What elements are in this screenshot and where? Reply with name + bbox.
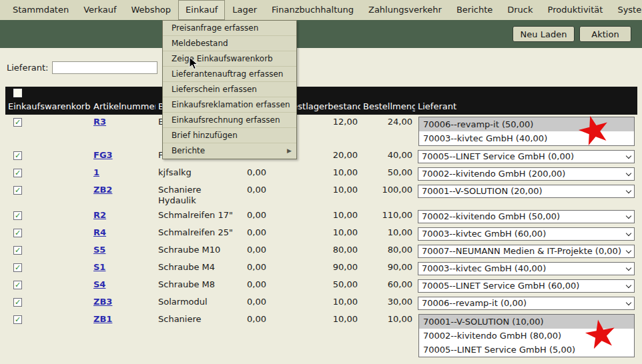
menubar-item-lager[interactable]: Lager	[225, 0, 264, 20]
row-checkbox[interactable]: ✓	[13, 151, 22, 160]
row-checkbox[interactable]: ✓	[13, 315, 22, 324]
row-checkbox[interactable]: ✓	[13, 211, 22, 220]
menubar-item-verkauf[interactable]: Verkauf	[76, 0, 123, 20]
menu-item-berichte[interactable]: Berichte▶	[163, 143, 296, 159]
listbox-option[interactable]: 70005--LINET Service GmbH (5,00)	[419, 343, 634, 357]
table-row: ✓ S1 Schraube M4 0,00 90,00 90,00 70003-…	[5, 260, 637, 277]
menu-item-label: Berichte	[172, 146, 205, 155]
menu-item-brief-hinzufuegen[interactable]: Brief hinzufügen	[163, 128, 296, 143]
mindestlagerbestand-cell: 10,00	[269, 225, 360, 243]
menubar: Stammdaten Verkauf Webshop Einkauf Lager…	[0, 0, 642, 20]
table-row: ✓ S5 Schraube M10 0,00 80,00 80,00 70007…	[5, 243, 637, 260]
menubar-item-stammdaten[interactable]: Stammdaten	[5, 0, 76, 20]
artikelnummer-link[interactable]: S1	[93, 262, 105, 272]
row-checkbox[interactable]: ✓	[13, 281, 22, 289]
artikelnummer-link[interactable]: S5	[93, 245, 105, 255]
table-row: ✓ R3 E 12,00 24,00 70006--revamp-it (50,…	[5, 115, 637, 148]
table-row: ✓ R2 Schmalreifen 17" 0,00 10,00 110,00 …	[5, 208, 637, 225]
artikelnummer-link[interactable]: R2	[93, 210, 106, 220]
artikelnummer-link[interactable]: ZB1	[93, 314, 112, 324]
menu-item-lieferantenauftrag-erfassen[interactable]: Lieferantenauftrag erfassen	[163, 67, 296, 82]
column-header-lieferant: Lieferant	[415, 87, 637, 115]
lieferant-input[interactable]	[52, 61, 157, 74]
check-icon: ✓	[15, 152, 21, 159]
lieferant-select[interactable]: 70002--kivitendo GmbH (200,00)	[418, 167, 635, 181]
check-icon: ✓	[15, 281, 21, 289]
lieferant-select[interactable]: 70002--kivitendo GmbH (50,00)	[418, 210, 635, 223]
menu-item-einkaufsreklamation-erfassen[interactable]: Einkaufsreklamation erfassen	[163, 97, 296, 113]
menubar-item-webshop[interactable]: Webshop	[124, 0, 179, 20]
bezeichnung-cell: Schmalreifen 17"	[155, 208, 240, 225]
bezeichnung-cell: Schraube M8	[155, 277, 240, 295]
select-all-checkbox[interactable]	[13, 89, 22, 97]
reload-button[interactable]: Neu Laden	[513, 26, 575, 42]
artikelnummer-link[interactable]: ZB2	[93, 185, 112, 195]
listbox-option[interactable]: 70006--revamp-it (50,00)	[419, 117, 634, 131]
bezeichnung-cell: Schraube M10	[155, 243, 240, 260]
mindestlagerbestand-cell: 10,00	[269, 295, 360, 312]
lieferant-select[interactable]: 70003--kivtec GmbH (40,00)	[418, 262, 635, 275]
artikelnummer-link[interactable]: 1	[93, 167, 99, 177]
lieferant-select-value: 70007--NEUMANN Medien & IT-Projekte (0,0…	[422, 246, 621, 256]
check-icon: ✓	[15, 212, 21, 219]
menu-item-einkaufsrechnung-erfassen[interactable]: Einkaufsrechnung erfassen	[163, 113, 296, 128]
table-row: ✓ FG3 F 20,00 40,00 70005--LINET Service…	[5, 148, 637, 165]
lieferant-select[interactable]: 70005--LINET Service GmbH (60,00)	[418, 279, 635, 293]
column-header-bestellmenge: Bestellmenge	[360, 87, 415, 115]
row-checkbox[interactable]: ✓	[13, 169, 22, 177]
lieferant-select[interactable]: 70005--LINET Service GmbH (0,00)	[418, 150, 635, 163]
menubar-item-system[interactable]: System	[610, 0, 642, 20]
table-row: ✓ ZB1 Schaniere 0,00 10,00 10,00 70001--…	[5, 312, 637, 359]
menu-item-preisanfrage-erfassen[interactable]: Preisanfrage erfassen	[163, 21, 296, 36]
lagerbestand-cell: 0,00	[240, 312, 269, 359]
row-checkbox[interactable]: ✓	[13, 186, 22, 195]
basket-table: Einkaufswarenkorb Artikelnummer Bezeichn…	[5, 87, 637, 359]
lieferant-listbox[interactable]: 70006--revamp-it (50,00) 70003--kivtec G…	[418, 117, 635, 146]
row-checkbox[interactable]: ✓	[13, 263, 22, 272]
lieferant-select[interactable]: 70006--revamp-it (0,00)	[418, 297, 635, 310]
listbox-option[interactable]: 70001--V-SOLUTION (10,00)	[419, 315, 634, 329]
menubar-item-produktivitaet[interactable]: Produktivität	[541, 0, 611, 20]
column-header-einkaufswarenkorb: Einkaufswarenkorb	[8, 101, 90, 111]
check-icon: ✓	[15, 299, 21, 306]
lieferant-select-value: 70002--kivitendo GmbH (50,00)	[422, 211, 560, 221]
row-checkbox[interactable]: ✓	[13, 298, 22, 307]
check-icon: ✓	[15, 229, 21, 237]
row-checkbox[interactable]: ✓	[13, 229, 22, 237]
artikelnummer-link[interactable]: FG3	[93, 150, 113, 160]
menubar-item-finanzbuchhaltung[interactable]: Finanzbuchhaltung	[264, 0, 361, 20]
lieferant-select[interactable]: 70003--kivtec GmbH (60,00)	[418, 227, 635, 241]
bestellmenge-cell: 10,00	[360, 225, 415, 243]
lieferant-select-value: 70005--LINET Service GmbH (0,00)	[422, 151, 574, 161]
mindestlagerbestand-cell: 10,00	[269, 165, 360, 183]
bezeichnung-cell: Solarmodul	[155, 295, 240, 312]
menubar-item-einkauf[interactable]: Einkauf	[178, 0, 225, 20]
chevron-down-icon	[626, 171, 631, 176]
row-checkbox[interactable]: ✓	[13, 118, 22, 127]
row-checkbox[interactable]: ✓	[13, 246, 22, 255]
bestellmenge-cell: 90,00	[360, 260, 415, 277]
menubar-item-druck[interactable]: Druck	[500, 0, 540, 20]
check-icon: ✓	[15, 187, 21, 194]
bestellmenge-cell: 60,00	[360, 277, 415, 295]
listbox-option[interactable]: 70002--kivitendo GmbH (80,00)	[419, 329, 634, 343]
listbox-option[interactable]: 70003--kivtec GmbH (40,00)	[419, 131, 634, 145]
table-row: ✓ ZB3 Solarmodul 0,00 10,00 30,00 70006-…	[5, 295, 637, 312]
menubar-item-berichte[interactable]: Berichte	[449, 0, 500, 20]
bestellmenge-cell: 10,00	[360, 312, 415, 359]
artikelnummer-link[interactable]: ZB3	[93, 297, 112, 307]
lieferant-select[interactable]: 70007--NEUMANN Medien & IT-Projekte (0,0…	[418, 245, 635, 258]
lieferant-select[interactable]: 70001--V-SOLUTION (20,00)	[418, 185, 635, 198]
lieferant-select-value: 70003--kivtec GmbH (40,00)	[422, 263, 546, 273]
menu-item-lieferschein-erfassen[interactable]: Lieferschein erfassen	[163, 82, 296, 97]
artikelnummer-link[interactable]: S4	[93, 279, 105, 289]
lieferant-listbox[interactable]: 70001--V-SOLUTION (10,00) 70002--kiviten…	[418, 314, 635, 357]
action-button[interactable]: Aktion	[579, 26, 631, 42]
menu-item-zeige-einkaufswarenkorb[interactable]: Zeige Einkaufswarenkorb	[163, 51, 296, 67]
artikelnummer-link[interactable]: R4	[93, 227, 106, 237]
lagerbestand-cell: 0,00	[240, 260, 269, 277]
artikelnummer-link[interactable]: R3	[93, 117, 106, 127]
bestellmenge-cell: 100,00	[360, 183, 415, 208]
menubar-item-zahlungsverkehr[interactable]: Zahlungsverkehr	[361, 0, 449, 20]
menu-item-meldebestand[interactable]: Meldebestand	[163, 36, 296, 51]
